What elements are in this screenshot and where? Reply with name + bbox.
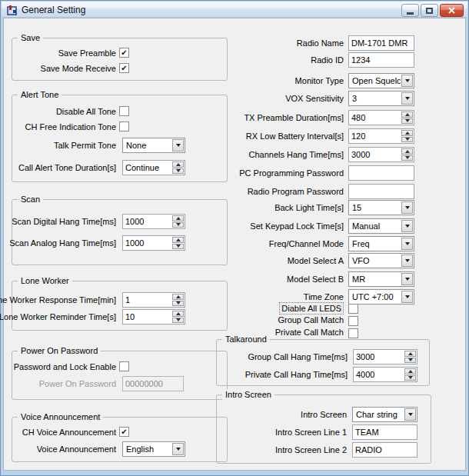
spin-up-icon[interactable] [172, 215, 184, 221]
chevron-down-icon[interactable] [401, 291, 413, 303]
chevron-down-icon[interactable] [401, 220, 413, 232]
spin-up-icon[interactable] [172, 161, 184, 168]
call-alert-tone-duration-input[interactable] [123, 161, 171, 175]
rx-low-battery-interval-label: RX Low Battery Interval[s] [246, 128, 344, 144]
save-mode-receive-checkbox[interactable]: ✔ [119, 63, 129, 73]
tx-preamble-duration-spinner[interactable] [348, 110, 414, 125]
spin-up-icon[interactable] [401, 130, 413, 136]
intro-screen-line2-field[interactable] [352, 442, 417, 458]
group-call-match-checkbox[interactable] [348, 316, 358, 326]
pc-programming-password-field[interactable] [348, 165, 414, 181]
scan-group-title: Scan [18, 194, 43, 205]
chevron-down-icon[interactable] [404, 408, 416, 421]
freq-channel-mode-label: Freq/Channel Mode [269, 236, 344, 251]
ch-voice-announcement-checkbox[interactable]: ✔ [119, 427, 129, 437]
back-light-time-select[interactable]: 15 [348, 200, 414, 215]
lone-worker-response-time-spinner[interactable] [122, 292, 185, 308]
private-call-hang-time-label: Private Call Hang Time[ms] [245, 367, 348, 382]
app-icon [7, 5, 18, 15]
set-keypad-lock-time-select[interactable]: Manual [348, 218, 414, 234]
radio-name-label: Radio Name [297, 35, 344, 51]
power-on-password-field [122, 376, 184, 391]
disable-all-leds-checkbox[interactable] [348, 304, 358, 314]
chevron-down-icon[interactable] [401, 201, 413, 214]
spin-up-icon[interactable] [401, 112, 413, 118]
spin-down-icon[interactable] [172, 318, 184, 324]
voice-announcement-select[interactable]: English [122, 441, 185, 457]
scan-digital-hang-time-input[interactable] [123, 215, 171, 228]
scan-analog-hang-time-input[interactable] [123, 236, 171, 250]
rx-low-battery-interval-spinner[interactable] [348, 128, 414, 144]
spin-up-icon[interactable] [404, 351, 416, 357]
monitor-type-select[interactable]: Open Squelch [348, 73, 414, 88]
radio-id-field[interactable] [348, 52, 414, 68]
lone-worker-reminder-time-input[interactable] [123, 310, 171, 324]
spin-up-icon[interactable] [172, 311, 184, 317]
scan-analog-hang-time-spinner[interactable] [122, 235, 185, 251]
password-and-lock-enable-checkbox[interactable] [119, 361, 129, 371]
scan-digital-hang-time-spinner[interactable] [122, 214, 185, 229]
talk-permit-tone-select[interactable]: None [122, 138, 185, 153]
talkaround-group-title: Talkaround [222, 334, 270, 345]
talk-permit-tone-label: Talk Permit Tone [54, 138, 116, 153]
spin-up-icon[interactable] [401, 148, 413, 155]
spin-up-icon[interactable] [404, 368, 416, 374]
pc-programming-password-label: PC Programming Password [239, 165, 344, 181]
private-call-hang-time-input[interactable] [354, 368, 404, 381]
rx-low-battery-interval-input[interactable] [349, 129, 401, 143]
spin-down-icon[interactable] [404, 375, 416, 381]
spin-down-icon[interactable] [401, 118, 413, 125]
group-call-hang-time-input[interactable] [354, 350, 404, 364]
chevron-down-icon[interactable] [172, 139, 184, 151]
disable-all-tone-checkbox[interactable] [119, 106, 129, 116]
minimize-button[interactable] [401, 4, 419, 17]
intro-screen-line1-field[interactable] [352, 424, 417, 440]
save-group-title: Save [18, 32, 43, 43]
model-select-a-select[interactable]: VFO [348, 253, 414, 268]
close-button[interactable] [440, 4, 464, 17]
radio-program-password-field[interactable] [348, 184, 414, 199]
channels-hang-time-spinner[interactable] [348, 147, 414, 162]
chevron-down-icon[interactable] [172, 443, 184, 455]
spin-down-icon[interactable] [172, 244, 184, 250]
ch-free-indication-tone-checkbox[interactable] [119, 121, 129, 131]
chevron-down-icon[interactable] [401, 92, 413, 105]
tx-preamble-duration-input[interactable] [349, 111, 401, 125]
channels-hang-time-input[interactable] [349, 148, 401, 161]
spin-up-icon[interactable] [172, 237, 184, 243]
model-select-b-label: Model Select B [287, 271, 344, 287]
spin-down-icon[interactable] [404, 358, 416, 364]
save-preamble-checkbox[interactable]: ✔ [119, 48, 129, 58]
time-zone-select[interactable]: UTC +7:00 [348, 289, 414, 305]
spin-down-icon[interactable] [172, 168, 184, 175]
private-call-hang-time-spinner[interactable] [353, 367, 417, 382]
chevron-down-icon[interactable] [401, 238, 413, 250]
chevron-down-icon[interactable] [401, 273, 413, 285]
intro-screen-group-title: Intro Screen [222, 389, 274, 400]
intro-screen-label: Intro Screen [301, 407, 347, 422]
spin-down-icon[interactable] [401, 137, 413, 143]
vox-sensitivity-select[interactable]: 3 [348, 91, 414, 106]
spin-up-icon[interactable] [172, 294, 184, 300]
model-select-b-select[interactable]: MR [348, 271, 414, 287]
monitor-type-label: Monitor Type [295, 73, 344, 88]
chevron-down-icon[interactable] [401, 255, 413, 267]
maximize-button[interactable] [421, 4, 438, 17]
intro-screen-select[interactable]: Char string [352, 407, 417, 422]
spin-down-icon[interactable] [172, 222, 184, 228]
chevron-down-icon[interactable] [401, 75, 413, 87]
radio-name-field[interactable] [348, 35, 414, 51]
spin-down-icon[interactable] [401, 155, 413, 161]
private-call-match-checkbox[interactable] [348, 328, 358, 338]
lone-worker-response-time-input[interactable] [123, 293, 171, 307]
intro-screen-line1-label: Intro Screen Line 1 [275, 424, 347, 440]
freq-channel-mode-select[interactable]: Freq [348, 236, 414, 251]
title-bar[interactable]: General Setting [2, 2, 467, 18]
lone-worker-reminder-time-spinner[interactable] [122, 309, 185, 325]
spin-down-icon[interactable] [172, 301, 184, 307]
call-alert-tone-duration-spinner[interactable] [122, 160, 185, 175]
general-setting-window: General Setting Save Save Preamble ✔ Sav… [0, 0, 469, 476]
voice-announcement-label: Voice Announcement [37, 441, 116, 457]
power-on-password-group [12, 351, 228, 400]
group-call-hang-time-spinner[interactable] [353, 349, 417, 364]
